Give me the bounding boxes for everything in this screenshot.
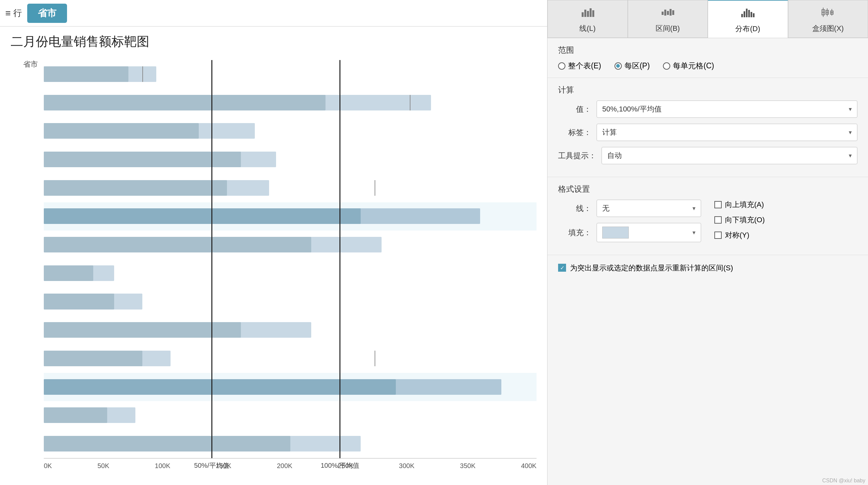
chart-type-tabs: 线(L) 区间(B) (548, 0, 868, 38)
reference-line-100: 100%/平均值 (339, 60, 340, 458)
recalculate-checkbox-box[interactable] (558, 264, 566, 272)
scope-section: 范围 整个表(E) 每区(P) 每单元格(C) (548, 38, 868, 78)
tooltip-chevron-icon: ▾ (849, 152, 852, 159)
line-select[interactable]: 无 ▾ (597, 200, 701, 217)
tag-select[interactable]: 计算 ▾ (597, 124, 857, 141)
ref-label-50: 50%/平均值 (194, 461, 229, 470)
x-tick: 0K (44, 462, 52, 470)
value-label: 值： (558, 104, 591, 115)
recalculate-label: 为突出显示或选定的数据点显示重新计算的区间(S) (570, 263, 733, 273)
svg-rect-1 (584, 10, 586, 17)
svg-rect-15 (753, 13, 754, 17)
radio-per-cell[interactable] (663, 62, 670, 70)
symmetric-label: 对称(Y) (725, 230, 749, 240)
svg-rect-11 (744, 11, 745, 17)
format-section: 格式设置 线： 无 ▾ 填充： ▾ (548, 177, 868, 255)
calculation-section: 计算 值： 50%,100%/平均值 ▾ 标签： 计算 ▾ 工具提示： 自动 ▾ (548, 78, 868, 177)
scope-per-cell-label: 每单元格(C) (673, 61, 714, 71)
x-tick: 100K (155, 462, 170, 470)
value-selected: 50%,100%/平均值 (602, 104, 662, 114)
bar-inner (44, 408, 107, 423)
watermark: CSDN @xiu! baby (822, 478, 865, 484)
line-label: 线： (558, 203, 591, 214)
svg-rect-5 (662, 11, 663, 15)
x-tick: 200K (277, 462, 292, 470)
x-tick: 350K (460, 462, 475, 470)
tab-distribution[interactable]: 分布(D) (708, 0, 788, 38)
bar-inner (44, 294, 114, 309)
fill-select[interactable]: ▾ (597, 223, 701, 242)
scope-per-cell[interactable]: 每单元格(C) (663, 61, 714, 71)
symmetric-box[interactable] (714, 231, 722, 239)
scope-whole-table-label: 整个表(E) (568, 61, 601, 71)
chart-container: 省市 50%/平均值100%/平均值 0K50K100K150K200K250K… (11, 54, 536, 478)
whisker-line (142, 66, 143, 82)
scope-title: 范围 (558, 45, 857, 55)
scope-whole-table[interactable]: 整个表(E) (558, 61, 601, 71)
value-chevron-icon: ▾ (849, 105, 852, 113)
radio-per-zone[interactable] (615, 62, 622, 70)
scope-per-zone[interactable]: 每区(P) (615, 61, 650, 71)
boxplot-chart-icon (820, 6, 835, 21)
bar-inner (44, 237, 311, 253)
fill-down-checkbox[interactable]: 向下填充(O) (714, 215, 857, 225)
format-left: 线： 无 ▾ 填充： ▾ (558, 200, 701, 248)
fill-label: 填充： (558, 228, 591, 238)
svg-rect-6 (664, 10, 666, 15)
tooltip-select[interactable]: 自动 ▾ (601, 147, 857, 164)
bar-row (44, 316, 536, 344)
chart-bars: 50%/平均值100%/平均值 (44, 60, 536, 458)
format-right: 向上填充(A) 向下填充(O) 对称(Y) (714, 200, 857, 248)
fill-up-label: 向上填充(A) (725, 200, 764, 209)
fill-row: 填充： ▾ (558, 223, 701, 242)
line-selected: 无 (602, 203, 610, 213)
bar-row (44, 117, 536, 145)
line-chart-icon (580, 6, 595, 21)
distribution-chart-icon (741, 7, 755, 21)
bar-inner (44, 208, 361, 224)
tag-row: 标签： 计算 ▾ (558, 124, 857, 141)
fill-up-checkbox[interactable]: 向上填充(A) (714, 200, 857, 209)
value-select[interactable]: 50%,100%/平均值 ▾ (597, 100, 857, 118)
svg-rect-9 (672, 10, 674, 15)
svg-rect-8 (670, 9, 672, 15)
fill-up-box[interactable] (714, 201, 722, 208)
bar-row (44, 202, 536, 231)
tab-line[interactable]: 线(L) (548, 0, 628, 38)
ref-label-100: 100%/平均值 (320, 461, 359, 470)
fill-down-label: 向下填充(O) (725, 215, 765, 225)
tooltip-row: 工具提示： 自动 ▾ (558, 147, 857, 164)
chart-title: 二月份电量销售额标靶图 (0, 27, 547, 54)
bar-row (44, 373, 536, 401)
recalculate-checkbox[interactable]: 为突出显示或选定的数据点显示重新计算的区间(S) (558, 263, 857, 273)
tab-boxplot[interactable]: 盒须图(X) (788, 0, 868, 38)
tab-boxplot-label: 盒须图(X) (812, 24, 844, 33)
bar-inner (44, 436, 290, 452)
radio-whole-table[interactable] (558, 62, 565, 70)
whisker-line (410, 95, 410, 110)
top-bar: ≡ 行 省市 (0, 0, 547, 27)
svg-rect-12 (746, 9, 748, 17)
symmetric-checkbox[interactable]: 对称(Y) (714, 230, 857, 240)
row-label: ≡ 行 (5, 7, 22, 19)
interval-chart-icon (660, 6, 675, 21)
bar-row (44, 430, 536, 458)
chart-area: 省市 50%/平均值100%/平均值 0K50K100K150K200K250K… (0, 54, 547, 485)
scope-radio-group: 整个表(E) 每区(P) 每单元格(C) (558, 61, 857, 71)
svg-rect-7 (667, 11, 669, 15)
fill-down-box[interactable] (714, 216, 722, 224)
menu-icon: ≡ (5, 8, 11, 19)
line-row: 线： 无 ▾ (558, 200, 701, 217)
province-pill[interactable]: 省市 (27, 4, 67, 23)
fill-color-swatch (602, 227, 629, 238)
bar-inner (44, 95, 326, 110)
bar-row (44, 89, 536, 117)
tooltip-selected: 自动 (607, 151, 622, 161)
svg-rect-2 (587, 11, 589, 17)
tab-interval[interactable]: 区间(B) (628, 0, 708, 38)
bar-row (44, 259, 536, 288)
tag-label: 标签： (558, 127, 591, 138)
tag-chevron-icon: ▾ (849, 129, 852, 136)
svg-rect-3 (590, 8, 592, 17)
bar-row (44, 231, 536, 259)
